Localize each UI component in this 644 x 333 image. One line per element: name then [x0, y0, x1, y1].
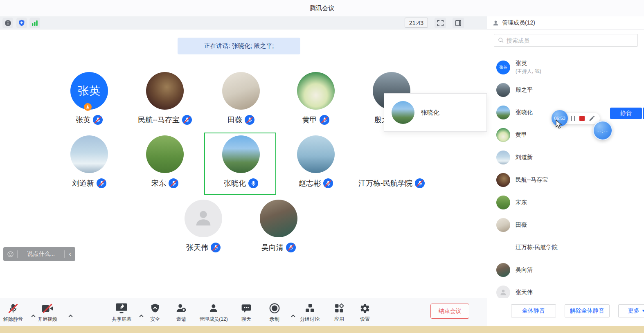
member-row[interactable]: 宋东	[487, 191, 644, 214]
toolbar-record[interactable]: 录制	[269, 302, 280, 323]
member-name: 汪万栋-民航学院	[516, 244, 558, 251]
chat-quick-bar[interactable]: 说点什么... ‹	[3, 247, 75, 261]
member-name: 刘道新	[516, 154, 533, 161]
participant-name: 汪万栋-民航学院	[358, 178, 412, 188]
chat-input[interactable]: 说点什么...	[18, 250, 64, 258]
member-name: 吴向清	[516, 266, 533, 274]
member-row[interactable]: 殷之平	[487, 79, 644, 101]
participant-tile[interactable]: 黄甲	[278, 72, 354, 125]
video-options-chevron-icon[interactable]	[68, 315, 73, 317]
participant-tile[interactable]: 田薇	[203, 72, 279, 125]
network-quality-button[interactable]	[29, 18, 40, 28]
member-avatar: 张英	[496, 61, 510, 74]
pause-recording-icon[interactable]	[571, 116, 575, 121]
security-status-button[interactable]	[16, 18, 27, 28]
toolbar-share-screen[interactable]: 共享屏幕	[112, 302, 131, 323]
member-row[interactable]: 汪万栋-民航学院	[487, 236, 644, 259]
pencil-icon[interactable]	[589, 115, 595, 122]
toolbar-invite[interactable]: 邀请	[176, 302, 187, 323]
end-meeting-button[interactable]: 结束会议	[430, 304, 469, 319]
window-title: 腾讯会议	[0, 0, 644, 16]
placeholder-person-icon	[185, 200, 222, 237]
participant-tile[interactable]: 张天伟	[165, 200, 241, 252]
member-panel: 管理成员(12) 张英 张英 (主持人, 我) 殷之平 张晓化 黄甲	[487, 16, 644, 326]
member-row-host[interactable]: 张英 张英 (主持人, 我)	[487, 56, 644, 79]
member-avatar	[496, 196, 510, 209]
tooltip-name: 张晓化	[421, 109, 439, 117]
mute-member-button[interactable]: 静音	[610, 108, 642, 119]
toolbar-manage-members[interactable]: 管理成员(12)	[199, 302, 227, 323]
toolbar-settings[interactable]: 设置	[360, 302, 370, 323]
chatbar-collapse-button[interactable]: ‹	[65, 250, 75, 258]
member-name: 宋东	[516, 199, 527, 206]
participant-avatar	[70, 135, 108, 173]
member-row[interactable]: 吴向清	[487, 259, 644, 281]
mic-muted-icon	[245, 115, 254, 125]
member-row[interactable]: 张天伟	[487, 281, 644, 298]
participant-tile[interactable]: 吴向清	[241, 200, 317, 252]
emoji-button[interactable]	[3, 250, 17, 258]
member-row[interactable]: 田薇	[487, 214, 644, 236]
toolbar-breakout-rooms[interactable]: 分组讨论	[300, 302, 320, 323]
status-strip: 21:43	[0, 16, 487, 29]
host-badge-icon	[84, 103, 92, 111]
participant-name: 张天伟	[186, 243, 208, 252]
member-name: 张天伟	[516, 289, 533, 296]
shield-plus-icon	[18, 19, 25, 27]
mic-muted-icon	[169, 178, 178, 188]
mic-options-chevron-icon[interactable]	[31, 315, 36, 317]
side-panel-toggle-button[interactable]	[453, 18, 464, 28]
record-options-chevron-icon[interactable]	[291, 315, 295, 317]
toolbar-chat[interactable]: 聊天	[241, 302, 252, 323]
unmute-all-button[interactable]: 解除全体静音	[565, 304, 610, 317]
participant-tile[interactable]: 宋东	[127, 135, 203, 188]
stop-recording-icon[interactable]	[579, 116, 585, 121]
member-avatar	[496, 151, 510, 164]
mic-muted-icon	[323, 178, 333, 188]
more-button[interactable]: 更多	[618, 304, 644, 317]
participant-tile[interactable]: 张英 张英	[51, 72, 127, 125]
member-list: 张英 张英 (主持人, 我) 殷之平 张晓化 黄甲 刘道新	[487, 56, 644, 298]
tencent-meeting-window: 腾讯会议 — 21:43 正在讲话: 张晓化; 殷之平; 张英 张英 民航-	[0, 0, 644, 333]
toolbar-start-video[interactable]: 开启视频	[38, 302, 57, 323]
member-panel-header: 管理成员(12)	[487, 16, 644, 30]
participant-tile[interactable]: 赵志彬	[278, 135, 354, 188]
toolbar-security[interactable]: 安全	[150, 302, 160, 323]
meeting-info-button[interactable]	[2, 18, 13, 28]
participant-name: 刘道新	[72, 178, 94, 188]
apps-grid-icon	[334, 302, 345, 315]
share-options-chevron-icon[interactable]	[139, 315, 144, 317]
signal-bars-icon	[31, 19, 38, 27]
participant-avatar	[373, 135, 410, 173]
member-row[interactable]: 民航--马存宝	[487, 169, 644, 191]
fullscreen-button[interactable]	[435, 18, 446, 28]
member-search-box[interactable]	[494, 34, 638, 47]
participant-tile-active-speaker[interactable]: 张晓化	[203, 135, 279, 188]
chat-bubble-icon	[241, 302, 252, 315]
minimize-button[interactable]: —	[627, 2, 638, 12]
member-panel-title: 管理成员(12)	[502, 19, 535, 27]
breakout-blocks-icon	[305, 302, 315, 315]
participant-avatar	[146, 135, 184, 173]
mic-muted-icon	[286, 243, 296, 252]
member-name: 民航--马存宝	[516, 176, 548, 184]
member-avatar	[496, 286, 510, 298]
participant-tile[interactable]: 汪万栋-民航学院	[354, 135, 430, 188]
participant-tile[interactable]: 刘道新	[51, 135, 127, 188]
toolbar-apps[interactable]: 应用	[334, 302, 345, 323]
participant-tile[interactable]: 民航--马存宝	[127, 72, 203, 125]
participant-avatar	[222, 72, 260, 110]
mute-all-button[interactable]: 全体静音	[511, 304, 556, 317]
search-icon	[498, 37, 504, 43]
security-shield-icon	[150, 302, 160, 315]
participant-name: 田薇	[227, 115, 242, 125]
info-icon	[4, 19, 12, 27]
recording-pending-bubble[interactable]: --:--	[593, 121, 612, 140]
toolbar-unmute[interactable]: 解除静音	[3, 302, 23, 323]
invite-person-icon	[176, 302, 187, 315]
member-row[interactable]: 刘道新	[487, 146, 644, 169]
member-row[interactable]: 黄甲	[487, 124, 644, 146]
mic-muted-icon	[211, 243, 221, 252]
settings-gear-icon	[360, 302, 370, 315]
member-search-input[interactable]	[507, 37, 637, 44]
